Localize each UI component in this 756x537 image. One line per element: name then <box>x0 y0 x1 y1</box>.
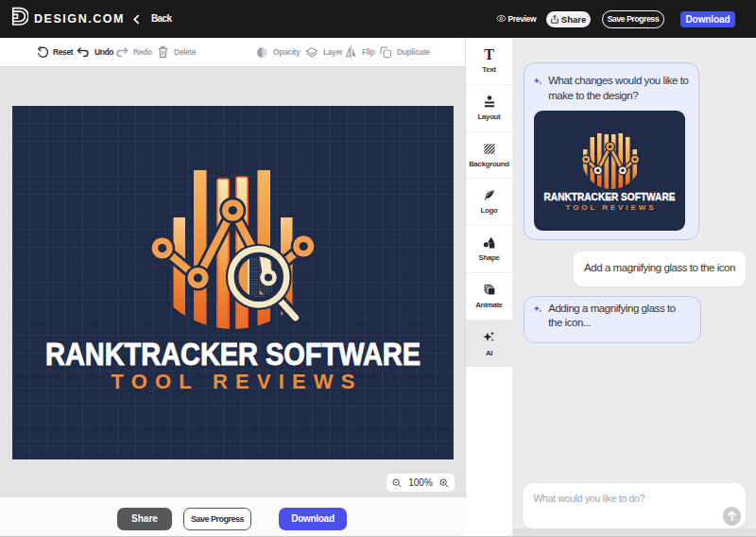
svg-text:TOOL REVIEWS: TOOL REVIEWS <box>566 203 655 212</box>
svg-text:RANKTRACKER SOFTWARE: RANKTRACKER SOFTWARE <box>544 190 676 201</box>
svg-text:TOOL REVIEWS: TOOL REVIEWS <box>112 370 355 393</box>
svg-text:RANKTRACKER SOFTWARE: RANKTRACKER SOFTWARE <box>45 337 421 372</box>
